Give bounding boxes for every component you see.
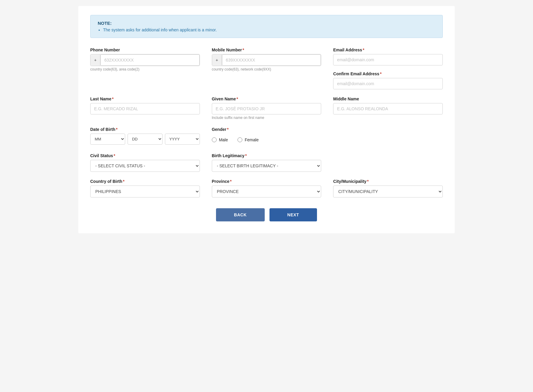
gender-female-label: Female (245, 137, 259, 142)
row-contact: Phone Number + country code(63), area co… (90, 48, 443, 89)
col-gender: Gender* Male Female (212, 127, 321, 146)
note-title: NOTE: (98, 21, 435, 26)
row-civil-legitimacy: Civil Status* - SELECT CIVIL STATUS - Bi… (90, 153, 443, 172)
mobile-label: Mobile Number* (212, 48, 321, 52)
row-dob-gender: Date of Birth* MM DD YYYY Gender* (90, 127, 443, 146)
country-birth-select[interactable]: PHILIPPINES (90, 186, 200, 197)
dob-dd-select[interactable]: DD (128, 134, 163, 145)
row-location: Country of Birth* PHILIPPINES Province* … (90, 179, 443, 197)
phone-hint: country code(63), area code(2) (90, 67, 200, 71)
dob-yyyy-select[interactable]: YYYY (165, 134, 200, 145)
next-button[interactable]: NEXT (269, 208, 317, 221)
dob-label: Date of Birth* (90, 127, 200, 132)
given-name-label: Given Name* (212, 97, 321, 101)
confirm-email-input[interactable] (333, 78, 443, 89)
middle-name-label: Middle Name (333, 97, 443, 101)
phone-label: Phone Number (90, 48, 200, 52)
given-name-hint: Include suffix name on first name (212, 116, 321, 120)
province-select[interactable]: PROVINCE (212, 186, 321, 197)
bottom-buttons: BACK NEXT (90, 208, 443, 221)
phone-input-group: + (90, 54, 200, 66)
row-name: Last Name* Given Name* Include suffix na… (90, 97, 443, 120)
col-birth-legitimacy: Birth Legitimacy* - SELECT BIRTH LEGITIM… (212, 153, 321, 172)
gender-options: Male Female (212, 134, 321, 146)
given-name-input[interactable] (212, 103, 321, 114)
email-label: Email Address* (333, 48, 443, 52)
note-box: NOTE: The system asks for additional inf… (90, 15, 443, 38)
mobile-hint: country code(63), network code(9XX) (212, 67, 321, 71)
last-name-input[interactable] (90, 103, 200, 114)
birth-legitimacy-select[interactable]: - SELECT BIRTH LEGITIMACY - (212, 160, 321, 172)
gender-female-option[interactable]: Female (238, 137, 259, 142)
mobile-prefix: + (212, 54, 222, 66)
col-civil-status: Civil Status* - SELECT CIVIL STATUS - (90, 153, 200, 172)
city-municipality-select[interactable]: CITY/MUNICIPALITY (333, 186, 443, 197)
email-input[interactable] (333, 54, 443, 65)
dob-row: MM DD YYYY (90, 134, 200, 145)
confirm-email-group: Confirm Email Address* (333, 71, 443, 89)
province-label: Province* (212, 179, 321, 184)
gender-male-radio[interactable] (212, 137, 217, 142)
mobile-input-group: + (212, 54, 321, 66)
city-municipality-label: City/Municipality* (333, 179, 443, 184)
col-given-name: Given Name* Include suffix name on first… (212, 97, 321, 120)
gender-male-option[interactable]: Male (212, 137, 228, 142)
birth-legitimacy-label: Birth Legitimacy* (212, 153, 321, 158)
form-container: NOTE: The system asks for additional inf… (78, 6, 455, 233)
gender-male-label: Male (219, 137, 228, 142)
back-button[interactable]: BACK (216, 208, 264, 221)
col-country-birth: Country of Birth* PHILIPPINES (90, 179, 200, 197)
middle-name-input[interactable] (333, 103, 443, 114)
col-mobile: Mobile Number* + country code(63), netwo… (212, 48, 321, 71)
col-last-name: Last Name* (90, 97, 200, 114)
civil-status-select[interactable]: - SELECT CIVIL STATUS - (90, 160, 200, 172)
col-phone: Phone Number + country code(63), area co… (90, 48, 200, 71)
gender-label: Gender* (212, 127, 321, 132)
col-dob: Date of Birth* MM DD YYYY (90, 127, 200, 145)
col-middle-name: Middle Name (333, 97, 443, 114)
col-city-municipality: City/Municipality* CITY/MUNICIPALITY (333, 179, 443, 197)
phone-prefix: + (91, 54, 100, 66)
col-email: Email Address* Confirm Email Address* (333, 48, 443, 89)
civil-status-label: Civil Status* (90, 153, 200, 158)
country-birth-label: Country of Birth* (90, 179, 200, 184)
phone-input[interactable] (100, 54, 199, 66)
dob-mm-select[interactable]: MM (90, 134, 125, 145)
col-province: Province* PROVINCE (212, 179, 321, 197)
mobile-input[interactable] (222, 54, 321, 66)
last-name-label: Last Name* (90, 97, 200, 101)
confirm-email-label: Confirm Email Address* (333, 71, 443, 76)
note-text: The system asks for additional info when… (103, 27, 435, 32)
gender-female-radio[interactable] (238, 137, 242, 142)
